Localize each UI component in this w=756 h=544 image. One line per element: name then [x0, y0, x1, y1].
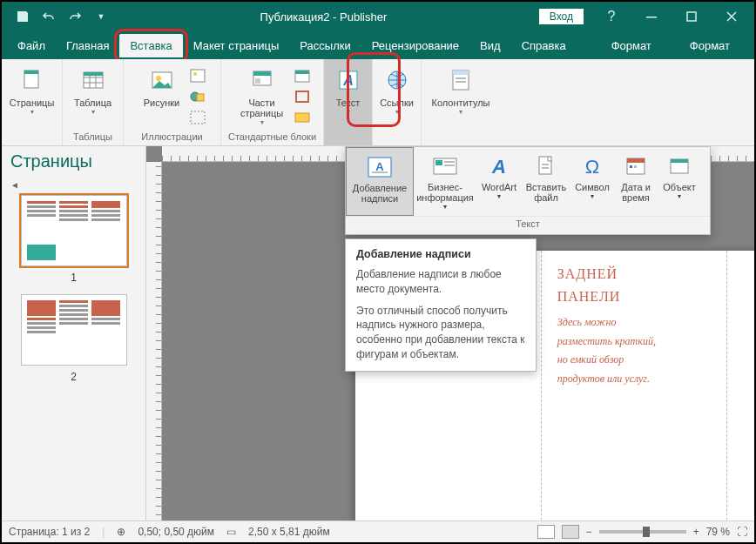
tab-view[interactable]: Вид: [469, 34, 511, 57]
status-position: 0,50; 0,50 дюйм: [138, 526, 214, 538]
zoom-slider[interactable]: [599, 530, 686, 534]
tab-format-2[interactable]: Формат: [671, 34, 749, 57]
save-icon[interactable]: [16, 10, 30, 24]
tab-home[interactable]: Главная: [56, 34, 119, 57]
svg-rect-29: [372, 171, 388, 173]
tooltip: Добавление надписи Добавление надписи в …: [345, 238, 537, 372]
add-textbox-button[interactable]: A Добавление надписи: [346, 147, 414, 216]
ribbon-tabs: Файл Главная Вставка Макет страницы Расс…: [2, 31, 754, 59]
shapes-icon[interactable]: [188, 87, 207, 106]
svg-rect-11: [197, 94, 204, 101]
table-button[interactable]: Таблица▾: [69, 63, 118, 119]
pages-label: Страницы: [10, 97, 55, 108]
tab-insert-label: Вставка: [130, 39, 172, 52]
svg-rect-36: [542, 164, 549, 165]
doc-contact: Телефон: 555-555-5555 Факс: 555-555-5555…: [743, 359, 754, 420]
zoom-out-icon[interactable]: −: [586, 526, 592, 538]
tab-review[interactable]: Рецензирование: [361, 34, 469, 57]
nav-collapse-icon[interactable]: ◄: [10, 180, 137, 190]
undo-icon[interactable]: [42, 10, 56, 24]
header-icon: [447, 66, 475, 94]
business-info-button[interactable]: Бизнес- информация▾: [414, 147, 476, 216]
textbox-icon: A: [366, 155, 394, 179]
doc-heading-2: ПАНЕЛИ: [557, 289, 712, 305]
close-icon[interactable]: [712, 3, 751, 30]
svg-rect-37: [542, 167, 549, 169]
symbol-icon: Ω: [578, 154, 606, 178]
links-icon: [383, 66, 411, 94]
header-label: Колонтитулы: [432, 97, 490, 108]
status-page: Страница: 1 из 2: [9, 526, 90, 538]
canvas[interactable]: ЗАДНЕЙ ПАНЕЛИ Здесь можно разместить кра…: [146, 146, 754, 524]
signin-button[interactable]: Вход: [539, 9, 584, 24]
insert-file-button[interactable]: Вставить файл: [522, 147, 570, 216]
object-button[interactable]: Объект▾: [658, 147, 701, 216]
svg-rect-25: [456, 77, 466, 79]
svg-rect-5: [84, 72, 103, 76]
tooltip-p1: Добавление надписи в любое место докумен…: [356, 267, 525, 297]
tab-format-1[interactable]: Формат: [592, 34, 671, 57]
calendars-icon[interactable]: [293, 66, 312, 85]
ribbon: Страницы▾ Таблица▾ Таблицы Рисунки Иллюс…: [2, 59, 754, 146]
svg-rect-0: [646, 17, 657, 18]
blocks-group-label: Стандартные блоки: [228, 130, 316, 145]
help-icon[interactable]: ?: [592, 3, 631, 30]
page-icon: [18, 66, 46, 94]
status-bar: Страница: 1 из 2 | ⊕ 0,50; 0,50 дюйм ▭ 2…: [2, 520, 754, 542]
status-size: 2,50 x 5,81 дюйм: [248, 526, 330, 538]
page-thumbnail-1[interactable]: [21, 195, 127, 266]
ruler-vertical: [146, 162, 162, 524]
tab-insert[interactable]: Вставка: [119, 34, 182, 57]
tooltip-p2: Это отличный способ получить надпись нуж…: [356, 304, 525, 362]
minimize-icon[interactable]: [632, 3, 671, 30]
view-single-icon[interactable]: [537, 525, 555, 539]
wordart-button[interactable]: A WordArt▾: [476, 147, 522, 216]
svg-rect-18: [296, 91, 308, 102]
svg-rect-42: [634, 165, 637, 168]
svg-rect-26: [456, 81, 466, 83]
svg-rect-17: [295, 71, 309, 74]
svg-rect-44: [671, 159, 688, 163]
svg-rect-40: [627, 158, 645, 163]
cursor-pos-icon: ⊕: [117, 526, 125, 538]
pictures-button[interactable]: Рисунки: [138, 63, 186, 130]
text-group-label: Текст: [346, 217, 710, 234]
page-number-1: 1: [10, 272, 137, 284]
svg-rect-1: [687, 12, 696, 21]
table-label: Таблица: [74, 97, 111, 108]
symbol-button[interactable]: Ω Символ▾: [570, 147, 614, 216]
addtext-label: Добавление надписи: [353, 183, 407, 204]
links-button[interactable]: Ссылки▾: [373, 63, 422, 119]
illustrations-group-label: Иллюстрации: [141, 130, 202, 145]
pages-button[interactable]: Страницы▾: [8, 63, 57, 119]
page-thumbnail-2[interactable]: [21, 294, 127, 366]
page-number-2: 2: [10, 371, 137, 383]
zoom-in-icon[interactable]: +: [693, 526, 699, 538]
picture-placeholder-icon[interactable]: [188, 108, 207, 127]
svg-rect-33: [444, 165, 455, 166]
redo-icon[interactable]: [68, 10, 82, 24]
text-button[interactable]: A Текст▾: [324, 63, 373, 119]
page-parts-button[interactable]: Части страницы▾: [233, 63, 291, 130]
svg-text:A: A: [491, 156, 506, 178]
view-spread-icon[interactable]: [562, 525, 579, 539]
tab-file[interactable]: Файл: [7, 34, 56, 57]
wordart-icon: A: [485, 154, 513, 178]
svg-rect-19: [295, 113, 309, 122]
online-pictures-icon[interactable]: [188, 66, 207, 85]
borders-icon[interactable]: [293, 87, 312, 106]
tooltip-title: Добавление надписи: [356, 248, 471, 260]
maximize-icon[interactable]: [672, 3, 711, 30]
pictures-label: Рисунки: [144, 97, 180, 108]
tab-layout[interactable]: Макет страницы: [183, 34, 290, 57]
header-footer-button[interactable]: Колонтитулы▾: [424, 63, 497, 119]
datetime-button[interactable]: Дата и время: [614, 147, 658, 216]
quick-access-toolbar: ▼ Публикация2 - Publisher Вход ?: [2, 2, 754, 31]
qat-dropdown-icon[interactable]: ▼: [94, 10, 108, 24]
tab-mailings[interactable]: Рассылки: [289, 34, 361, 57]
tab-help[interactable]: Справка: [511, 34, 577, 57]
advertisements-icon[interactable]: [293, 108, 312, 127]
fit-page-icon[interactable]: ⛶: [737, 526, 747, 538]
svg-rect-12: [191, 111, 205, 124]
nav-title: Страницы: [10, 151, 137, 171]
